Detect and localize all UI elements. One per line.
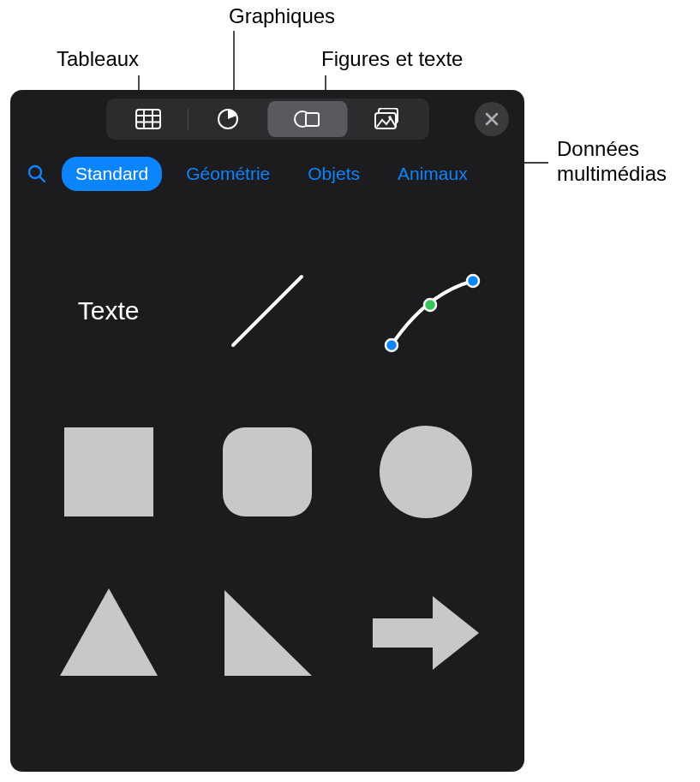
triangle-icon xyxy=(53,582,165,684)
callout-shapes-text: Figures et texte xyxy=(321,47,463,72)
shapes-icon xyxy=(294,108,321,130)
shape-triangle[interactable] xyxy=(41,573,176,693)
shape-right-triangle[interactable] xyxy=(200,573,334,693)
category-objects[interactable]: Objets xyxy=(294,157,374,191)
callout-tables: Tableaux xyxy=(57,47,139,72)
tab-media[interactable] xyxy=(348,101,427,137)
search-icon xyxy=(27,164,47,184)
svg-point-20 xyxy=(424,299,436,311)
insert-segmented-control xyxy=(106,98,429,140)
shape-line[interactable] xyxy=(200,251,334,371)
piechart-icon xyxy=(217,108,239,130)
category-animals[interactable]: Animaux xyxy=(384,157,482,191)
shape-curve[interactable] xyxy=(359,251,494,371)
category-standard[interactable]: Standard xyxy=(62,157,162,191)
shape-arrow[interactable] xyxy=(359,573,494,693)
svg-rect-22 xyxy=(64,427,153,516)
search-button[interactable] xyxy=(22,159,51,188)
shape-rounded-square[interactable] xyxy=(200,412,334,532)
svg-rect-10 xyxy=(306,113,319,126)
svg-rect-3 xyxy=(136,110,160,128)
shape-text-label: Texte xyxy=(78,296,140,325)
callout-media: Données multimédias xyxy=(557,137,667,187)
svg-rect-23 xyxy=(223,427,312,516)
callout-charts: Graphiques xyxy=(229,4,335,29)
close-icon xyxy=(485,112,499,126)
tab-shapes-text[interactable] xyxy=(268,101,347,137)
insert-topbar xyxy=(10,90,524,145)
media-icon xyxy=(374,108,401,130)
tab-tables[interactable] xyxy=(109,101,188,137)
svg-point-21 xyxy=(467,275,479,287)
shape-text[interactable]: Texte xyxy=(41,251,176,371)
shape-circle[interactable] xyxy=(359,412,494,532)
line-icon xyxy=(216,260,319,362)
svg-point-19 xyxy=(386,339,398,351)
shape-square[interactable] xyxy=(41,412,176,532)
tab-charts[interactable] xyxy=(188,101,267,137)
table-icon xyxy=(135,109,161,129)
svg-point-13 xyxy=(388,116,391,118)
right-triangle-icon xyxy=(216,582,319,684)
square-icon xyxy=(57,421,160,523)
circle-icon xyxy=(374,421,477,523)
close-button[interactable] xyxy=(475,102,509,136)
svg-line-17 xyxy=(39,176,45,182)
shapes-grid: Texte xyxy=(10,200,524,719)
curve-icon xyxy=(366,260,486,362)
svg-point-24 xyxy=(380,426,472,518)
svg-marker-25 xyxy=(60,588,158,676)
category-geometry[interactable]: Géométrie xyxy=(172,157,284,191)
insert-panel: Standard Géométrie Objets Animaux Texte xyxy=(10,90,524,772)
svg-line-18 xyxy=(233,277,302,345)
svg-marker-27 xyxy=(373,596,479,670)
arrow-right-icon xyxy=(366,586,486,680)
rounded-square-icon xyxy=(216,421,319,523)
shape-category-bar: Standard Géométrie Objets Animaux xyxy=(10,145,524,200)
svg-marker-26 xyxy=(224,590,312,676)
